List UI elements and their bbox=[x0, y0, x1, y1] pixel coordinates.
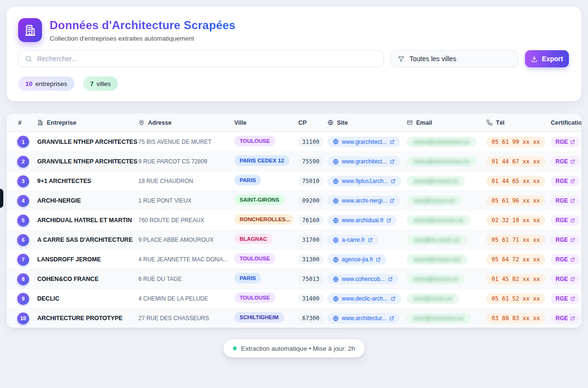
external-link-icon bbox=[390, 140, 395, 144]
status-pill: Extraction automatique • Mise à jour: 2h bbox=[223, 339, 365, 357]
globe-icon bbox=[333, 159, 339, 165]
city-badge: BLAGNAC bbox=[234, 234, 273, 244]
edge-drag-tab[interactable] bbox=[0, 189, 3, 208]
row-number-badge: 3 bbox=[17, 175, 29, 187]
email-blurred: xxxxx@xxxxxx.xx bbox=[413, 276, 458, 282]
site-link-text: agence-jla.fr bbox=[342, 256, 373, 263]
certification-link[interactable]: RGE bbox=[551, 313, 580, 323]
col-header-tel: Tél bbox=[486, 119, 551, 126]
site-link[interactable]: www.9plus1arch... bbox=[327, 176, 401, 186]
company-name: A CARRE SAS D'ARCHITECTURE bbox=[37, 237, 138, 243]
city-filter-select[interactable]: Toutes les villes bbox=[390, 50, 518, 67]
stat-entreprises: 10 entreprises bbox=[18, 76, 74, 91]
export-button[interactable]: Export bbox=[525, 50, 569, 67]
email-blurred: xxxxx@xxxxxxxxxx.xx bbox=[413, 158, 470, 165]
site-link-text: www.grarchitect... bbox=[342, 158, 387, 165]
email-badge: xxxxx@xxxxxxxxxx.xx bbox=[407, 137, 476, 147]
email-badge: xxxx@xxxxx.xx bbox=[407, 293, 459, 304]
table-row: 3 9+1 ARCHITECTES 18 RUE CHAUDRON PARIS … bbox=[7, 171, 581, 191]
address: 4 CHEMIN DE LA PELUDE bbox=[138, 295, 234, 302]
address: 18 RUE CHAUDRON bbox=[138, 178, 234, 184]
stat-entreprises-label: entreprises bbox=[35, 80, 67, 87]
email-badge: xxxx@xx.xxxxx.xx bbox=[407, 235, 466, 245]
certification-link[interactable]: RGE bbox=[551, 254, 580, 265]
phone: 05 61 52 xx xx bbox=[486, 293, 545, 304]
certification-link[interactable]: RGE bbox=[551, 195, 580, 206]
site-link[interactable]: a-carre.fr bbox=[327, 235, 378, 245]
cp-badge: 75010 bbox=[298, 176, 323, 186]
certification-link[interactable]: RGE bbox=[551, 215, 580, 226]
certification-link[interactable]: RGE bbox=[551, 293, 580, 304]
email-blurred: xxxxx@xxxxxx.xx bbox=[413, 178, 458, 184]
globe-icon bbox=[333, 315, 339, 322]
email-badge: xxxx@xxxxxx.xx bbox=[407, 195, 462, 206]
table-row: 6 A CARRE SAS D'ARCHITECTURE 9 PLACE ABB… bbox=[7, 230, 581, 249]
site-link[interactable]: www.cohencob... bbox=[327, 274, 398, 284]
site-link-text: www.declic-arch... bbox=[342, 295, 388, 302]
certification-text: RGE bbox=[556, 276, 568, 282]
cp-badge: 31700 bbox=[298, 235, 323, 245]
email-blurred: xxxxx@xxxxxx.xxx bbox=[413, 256, 461, 263]
address: 27 RUE DES CHASSEURS bbox=[138, 315, 234, 322]
certification-text: RGE bbox=[556, 315, 568, 322]
pin-icon bbox=[138, 119, 145, 126]
external-link-icon bbox=[570, 198, 575, 203]
status-dot bbox=[233, 346, 237, 350]
row-number-badge: 2 bbox=[17, 156, 29, 168]
certification-text: RGE bbox=[556, 139, 568, 145]
page-subtitle: Collection d'entreprises extraites autom… bbox=[50, 35, 235, 42]
globe-icon bbox=[333, 217, 339, 224]
email-blurred: xxxx@xxxxx.xx bbox=[413, 295, 452, 302]
email-badge: xxxxx@xxxxxxxxxx.xx bbox=[407, 156, 476, 167]
email-badge: xxxxx@xxxxxxxx.xx bbox=[407, 215, 471, 226]
email-blurred: xxxx@xx.xxxxx.xx bbox=[413, 237, 460, 243]
certification-link[interactable]: RGE bbox=[551, 235, 580, 245]
external-link-icon bbox=[570, 159, 575, 164]
globe-icon bbox=[333, 237, 339, 243]
city-badge: TOULOUSE bbox=[234, 253, 275, 264]
site-link[interactable]: agence-jla.fr bbox=[327, 254, 386, 265]
site-link[interactable]: www.architectur... bbox=[327, 313, 399, 323]
external-link-icon bbox=[570, 277, 575, 281]
row-number-badge: 1 bbox=[17, 136, 29, 148]
site-link[interactable]: www.grarchitect... bbox=[327, 156, 400, 167]
site-link[interactable]: www.declic-arch... bbox=[327, 293, 401, 304]
external-link-icon bbox=[390, 159, 395, 164]
email-badge: xxxxx@xxxxxx.xx bbox=[407, 176, 465, 186]
site-link[interactable]: www.archi-nergi... bbox=[327, 195, 400, 206]
table-body: 1 GRANVILLE NTHEP ARCHITECTES 75 BIS AVE… bbox=[7, 132, 581, 328]
city-badge: PARIS bbox=[234, 273, 261, 283]
header-card: Données d'Architecture Scrapées Collecti… bbox=[7, 7, 581, 101]
col-header-cp: CP bbox=[298, 119, 327, 126]
site-link[interactable]: www.archidual.fr bbox=[327, 215, 397, 226]
globe-icon bbox=[333, 139, 339, 145]
certification-link[interactable]: RGE bbox=[551, 137, 580, 147]
search-input[interactable] bbox=[37, 55, 377, 63]
globe-icon bbox=[333, 276, 339, 282]
site-link-text: www.archi-nergi... bbox=[342, 197, 387, 204]
certification-link[interactable]: RGE bbox=[551, 274, 580, 284]
phone: 02 32 19 xx xx bbox=[486, 215, 545, 226]
site-link-text: www.grarchitect... bbox=[342, 139, 387, 145]
col-header-certification: Certification bbox=[551, 119, 581, 126]
certification-text: RGE bbox=[556, 237, 568, 243]
company-name: ARCHI-NERGIE bbox=[37, 197, 138, 204]
city-badge: TOULOUSE bbox=[234, 136, 275, 146]
globe-icon bbox=[333, 178, 339, 184]
city-badge: PARIS CEDEX 12 bbox=[234, 155, 289, 166]
address: 4 RUE JEANNETTE MAC DONA... bbox=[138, 256, 234, 263]
external-link-icon bbox=[570, 218, 575, 223]
certification-link[interactable]: RGE bbox=[551, 156, 580, 167]
external-link-icon bbox=[570, 179, 575, 183]
city-badge: PARIS bbox=[234, 175, 261, 185]
site-link-text: www.archidual.fr bbox=[342, 217, 384, 224]
site-link[interactable]: www.grarchitect... bbox=[327, 137, 400, 147]
address: 9 PLACE ABBE AMOUROUX bbox=[138, 237, 234, 243]
globe-icon bbox=[327, 119, 334, 126]
company-name: 9+1 ARCHITECTES bbox=[37, 178, 138, 184]
search-box[interactable] bbox=[18, 50, 384, 67]
phone-icon bbox=[486, 119, 493, 126]
cp-badge: 31100 bbox=[298, 137, 323, 147]
site-link-text: www.9plus1arch... bbox=[342, 178, 388, 184]
certification-link[interactable]: RGE bbox=[551, 176, 580, 186]
